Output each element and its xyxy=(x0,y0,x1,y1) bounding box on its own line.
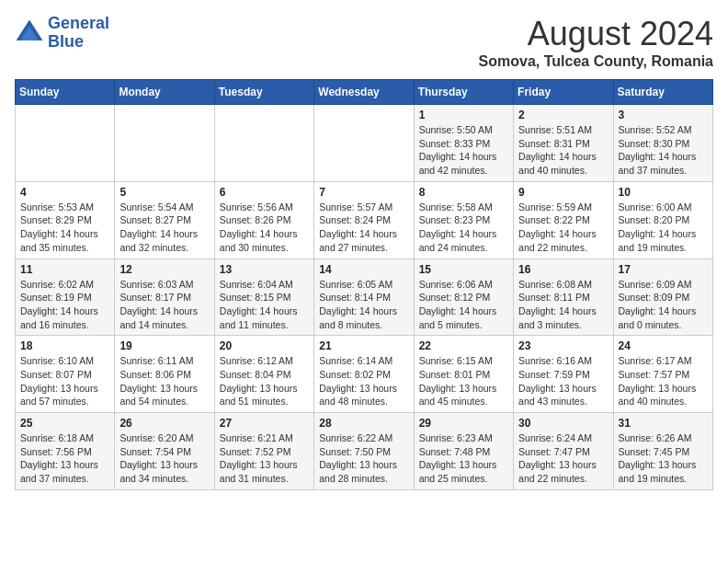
calendar-week-1: 1Sunrise: 5:50 AM Sunset: 8:33 PM Daylig… xyxy=(16,105,713,182)
calendar-cell: 4Sunrise: 5:53 AM Sunset: 8:29 PM Daylig… xyxy=(16,181,115,259)
logo-text: General Blue xyxy=(48,15,109,52)
col-wednesday: Wednesday xyxy=(314,80,414,105)
day-number: 17 xyxy=(619,263,708,276)
day-info: Sunrise: 5:52 AM Sunset: 8:30 PM Dayligh… xyxy=(619,123,708,178)
calendar-cell: 1Sunrise: 5:50 AM Sunset: 8:33 PM Daylig… xyxy=(414,105,513,182)
day-info: Sunrise: 6:22 AM Sunset: 7:50 PM Dayligh… xyxy=(319,431,408,486)
day-number: 22 xyxy=(419,339,508,352)
calendar-cell: 2Sunrise: 5:51 AM Sunset: 8:31 PM Daylig… xyxy=(514,105,613,182)
col-tuesday: Tuesday xyxy=(214,80,313,105)
day-number: 25 xyxy=(20,417,109,430)
day-info: Sunrise: 6:16 AM Sunset: 7:59 PM Dayligh… xyxy=(518,354,608,408)
calendar-cell: 8Sunrise: 5:58 AM Sunset: 8:23 PM Daylig… xyxy=(414,181,513,259)
calendar-cell: 12Sunrise: 6:03 AM Sunset: 8:17 PM Dayli… xyxy=(115,259,214,336)
day-number: 23 xyxy=(518,339,608,352)
day-number: 29 xyxy=(419,417,508,430)
calendar-cell: 13Sunrise: 6:04 AM Sunset: 8:15 PM Dayli… xyxy=(214,259,313,336)
day-number: 11 xyxy=(20,263,109,276)
calendar-cell: 17Sunrise: 6:09 AM Sunset: 8:09 PM Dayli… xyxy=(613,259,712,336)
day-number: 18 xyxy=(20,339,109,352)
calendar-cell: 16Sunrise: 6:08 AM Sunset: 8:11 PM Dayli… xyxy=(514,259,613,336)
calendar-cell: 10Sunrise: 6:00 AM Sunset: 8:20 PM Dayli… xyxy=(613,181,712,259)
calendar-cell xyxy=(16,105,115,182)
col-saturday: Saturday xyxy=(613,80,712,105)
calendar-cell: 26Sunrise: 6:20 AM Sunset: 7:54 PM Dayli… xyxy=(115,413,214,490)
day-number: 21 xyxy=(319,339,408,352)
calendar-cell: 20Sunrise: 6:12 AM Sunset: 8:04 PM Dayli… xyxy=(214,336,313,413)
col-thursday: Thursday xyxy=(414,80,513,105)
title-area: August 2024 Somova, Tulcea County, Roman… xyxy=(479,15,713,70)
day-info: Sunrise: 6:23 AM Sunset: 7:48 PM Dayligh… xyxy=(419,431,508,486)
days-of-week-row: Sunday Monday Tuesday Wednesday Thursday… xyxy=(16,80,713,105)
day-info: Sunrise: 5:57 AM Sunset: 8:24 PM Dayligh… xyxy=(319,201,408,255)
day-number: 13 xyxy=(220,263,309,276)
day-number: 7 xyxy=(319,186,408,199)
day-number: 12 xyxy=(119,263,209,276)
day-info: Sunrise: 6:08 AM Sunset: 8:11 PM Dayligh… xyxy=(518,278,608,332)
calendar-cell: 19Sunrise: 6:11 AM Sunset: 8:06 PM Dayli… xyxy=(115,336,214,413)
calendar-week-5: 25Sunrise: 6:18 AM Sunset: 7:56 PM Dayli… xyxy=(16,413,713,490)
day-number: 16 xyxy=(518,263,608,276)
calendar-cell: 6Sunrise: 5:56 AM Sunset: 8:26 PM Daylig… xyxy=(214,181,313,259)
day-info: Sunrise: 6:26 AM Sunset: 7:45 PM Dayligh… xyxy=(619,431,708,486)
calendar-cell: 27Sunrise: 6:21 AM Sunset: 7:52 PM Dayli… xyxy=(214,413,313,490)
day-number: 8 xyxy=(419,186,508,199)
day-info: Sunrise: 5:50 AM Sunset: 8:33 PM Dayligh… xyxy=(419,123,508,178)
day-number: 28 xyxy=(319,417,408,430)
day-info: Sunrise: 5:53 AM Sunset: 8:29 PM Dayligh… xyxy=(20,201,109,255)
day-info: Sunrise: 6:10 AM Sunset: 8:07 PM Dayligh… xyxy=(20,354,109,408)
calendar-cell: 22Sunrise: 6:15 AM Sunset: 8:01 PM Dayli… xyxy=(414,336,513,413)
day-number: 6 xyxy=(220,186,309,199)
logo-icon xyxy=(15,18,44,48)
day-number: 2 xyxy=(518,109,608,121)
day-info: Sunrise: 5:58 AM Sunset: 8:23 PM Dayligh… xyxy=(419,201,508,255)
day-number: 19 xyxy=(119,339,209,352)
day-number: 9 xyxy=(518,186,608,199)
page-subtitle: Somova, Tulcea County, Romania xyxy=(479,53,713,70)
logo: General Blue xyxy=(15,15,109,52)
calendar-week-4: 18Sunrise: 6:10 AM Sunset: 8:07 PM Dayli… xyxy=(16,336,713,413)
calendar-cell: 24Sunrise: 6:17 AM Sunset: 7:57 PM Dayli… xyxy=(613,336,712,413)
day-info: Sunrise: 5:54 AM Sunset: 8:27 PM Dayligh… xyxy=(119,201,209,255)
calendar-cell: 29Sunrise: 6:23 AM Sunset: 7:48 PM Dayli… xyxy=(414,413,513,490)
day-info: Sunrise: 6:18 AM Sunset: 7:56 PM Dayligh… xyxy=(20,431,109,486)
calendar-cell: 23Sunrise: 6:16 AM Sunset: 7:59 PM Dayli… xyxy=(514,336,613,413)
day-info: Sunrise: 5:56 AM Sunset: 8:26 PM Dayligh… xyxy=(220,201,309,255)
day-number: 1 xyxy=(419,109,508,121)
day-info: Sunrise: 6:17 AM Sunset: 7:57 PM Dayligh… xyxy=(619,354,708,408)
day-number: 5 xyxy=(119,186,209,199)
calendar-header: Sunday Monday Tuesday Wednesday Thursday… xyxy=(16,80,713,105)
day-info: Sunrise: 6:20 AM Sunset: 7:54 PM Dayligh… xyxy=(119,431,209,486)
day-info: Sunrise: 5:59 AM Sunset: 8:22 PM Dayligh… xyxy=(518,201,608,255)
calendar-cell xyxy=(214,105,313,182)
calendar-cell: 21Sunrise: 6:14 AM Sunset: 8:02 PM Dayli… xyxy=(314,336,414,413)
calendar-week-3: 11Sunrise: 6:02 AM Sunset: 8:19 PM Dayli… xyxy=(16,259,713,336)
calendar-cell: 18Sunrise: 6:10 AM Sunset: 8:07 PM Dayli… xyxy=(16,336,115,413)
calendar: Sunday Monday Tuesday Wednesday Thursday… xyxy=(15,79,713,490)
calendar-cell: 31Sunrise: 6:26 AM Sunset: 7:45 PM Dayli… xyxy=(613,413,712,490)
day-info: Sunrise: 6:05 AM Sunset: 8:14 PM Dayligh… xyxy=(319,278,408,332)
day-number: 24 xyxy=(619,339,708,352)
day-number: 20 xyxy=(220,339,309,352)
day-number: 10 xyxy=(619,186,708,199)
header: General Blue August 2024 Somova, Tulcea … xyxy=(15,15,713,70)
calendar-cell xyxy=(314,105,414,182)
day-info: Sunrise: 6:02 AM Sunset: 8:19 PM Dayligh… xyxy=(20,278,109,332)
day-info: Sunrise: 5:51 AM Sunset: 8:31 PM Dayligh… xyxy=(518,123,608,178)
calendar-cell: 28Sunrise: 6:22 AM Sunset: 7:50 PM Dayli… xyxy=(314,413,414,490)
calendar-cell xyxy=(115,105,214,182)
day-info: Sunrise: 6:12 AM Sunset: 8:04 PM Dayligh… xyxy=(220,354,309,408)
day-info: Sunrise: 6:04 AM Sunset: 8:15 PM Dayligh… xyxy=(220,278,309,332)
day-number: 31 xyxy=(619,417,708,430)
day-info: Sunrise: 6:03 AM Sunset: 8:17 PM Dayligh… xyxy=(119,278,209,332)
day-info: Sunrise: 6:21 AM Sunset: 7:52 PM Dayligh… xyxy=(220,431,309,486)
day-number: 30 xyxy=(518,417,608,430)
day-info: Sunrise: 6:00 AM Sunset: 8:20 PM Dayligh… xyxy=(619,201,708,255)
day-info: Sunrise: 6:14 AM Sunset: 8:02 PM Dayligh… xyxy=(319,354,408,408)
calendar-cell: 3Sunrise: 5:52 AM Sunset: 8:30 PM Daylig… xyxy=(613,105,712,182)
day-info: Sunrise: 6:24 AM Sunset: 7:47 PM Dayligh… xyxy=(518,431,608,486)
day-info: Sunrise: 6:09 AM Sunset: 8:09 PM Dayligh… xyxy=(619,278,708,332)
calendar-cell: 30Sunrise: 6:24 AM Sunset: 7:47 PM Dayli… xyxy=(514,413,613,490)
day-number: 27 xyxy=(220,417,309,430)
day-info: Sunrise: 6:11 AM Sunset: 8:06 PM Dayligh… xyxy=(119,354,209,408)
